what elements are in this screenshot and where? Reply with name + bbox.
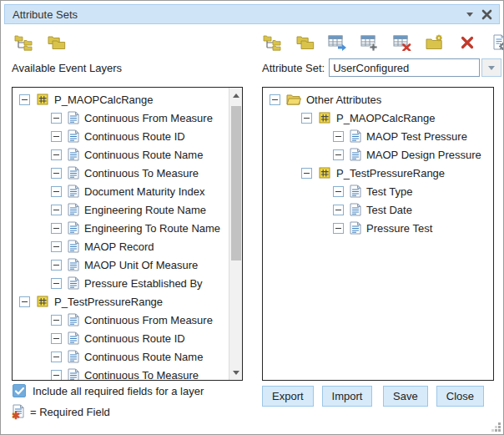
collapse-toggle-icon[interactable] <box>333 186 344 197</box>
resize-grip[interactable] <box>491 422 501 432</box>
required-field-legend: ✱ = Required Field <box>13 404 110 419</box>
collapse-toggle-icon[interactable] <box>270 94 280 105</box>
collapse-toggle-icon[interactable] <box>333 223 344 234</box>
tree-item[interactable]: P_MAOPCalcRange <box>263 109 493 127</box>
tree-item[interactable]: P_TestPressureRange <box>13 292 228 311</box>
tree-item-label: Continuous Route ID <box>84 130 185 143</box>
open-folders-icon[interactable] <box>295 33 315 52</box>
new-attribute-set-icon[interactable] <box>425 33 445 52</box>
tree-item[interactable]: Test Type <box>263 182 493 200</box>
export-button[interactable]: Export <box>262 386 314 407</box>
tree-item[interactable]: Other Attributes <box>263 90 493 109</box>
expand-layers-tree-icon[interactable] <box>262 33 282 52</box>
tree-item[interactable]: Engineering To Route Name <box>13 219 228 237</box>
delete-icon[interactable] <box>457 33 477 52</box>
open-folders-icon[interactable] <box>46 33 66 52</box>
tree-item[interactable]: Document Maturity Index <box>13 182 228 200</box>
tree-item[interactable]: Pressure Established By <box>13 274 228 292</box>
field-icon <box>68 111 79 124</box>
collapse-toggle-icon[interactable] <box>51 241 62 252</box>
tree-item[interactable]: Continuous Route ID <box>13 127 228 145</box>
save-button[interactable]: Save <box>383 386 428 407</box>
tree-item[interactable]: Continuous Route Name <box>13 347 228 366</box>
tree-item[interactable]: P_MAOPCalcRange <box>13 90 228 109</box>
event-layer-icon <box>36 295 49 308</box>
collapse-toggle-icon[interactable] <box>51 168 62 179</box>
collapse-toggle-icon[interactable] <box>333 131 344 142</box>
tree-item[interactable]: Test Date <box>263 200 493 219</box>
collapse-toggle-icon[interactable] <box>51 352 62 362</box>
field-icon <box>68 221 79 235</box>
field-icon <box>68 240 79 253</box>
tree-item-label: MAOP Unit Of Measure <box>84 259 198 271</box>
tree-item-label: P_TestPressureRange <box>336 167 445 180</box>
tree-item-label: Continuous Route ID <box>84 332 185 345</box>
collapse-toggle-icon[interactable] <box>51 278 62 289</box>
dialog-titlebar[interactable]: Attribute Sets <box>4 4 500 24</box>
collapse-toggle-icon[interactable] <box>19 296 30 307</box>
scroll-down-icon[interactable] <box>229 366 243 379</box>
pin-menu-icon[interactable] <box>466 13 473 17</box>
collapse-toggle-icon[interactable] <box>51 260 62 271</box>
collapse-toggle-icon[interactable] <box>333 205 344 215</box>
remove-table-icon[interactable] <box>392 33 412 52</box>
field-icon <box>68 276 79 290</box>
collapse-toggle-icon[interactable] <box>19 94 30 105</box>
expand-layers-tree-icon[interactable] <box>13 33 33 52</box>
collapse-toggle-icon[interactable] <box>51 333 62 344</box>
tree-item[interactable]: MAOP Design Pressure <box>263 145 493 164</box>
asterisk-icon: ✱ <box>12 410 20 422</box>
tree-item[interactable]: Continuous From Measure <box>13 109 228 127</box>
attribute-set-panel: Other Attributes <box>262 87 494 381</box>
event-layer-icon <box>318 166 331 180</box>
include-required-fields-checkbox[interactable] <box>13 384 26 397</box>
export-table-icon[interactable] <box>327 33 347 52</box>
add-table-icon[interactable] <box>360 33 380 52</box>
field-icon <box>350 129 361 143</box>
vertical-scrollbar[interactable] <box>229 88 242 380</box>
scroll-up-icon[interactable] <box>229 89 243 102</box>
available-event-layers-panel: P_MAOPCalcRange <box>12 87 243 381</box>
attribute-set-input[interactable] <box>329 58 480 77</box>
field-icon <box>350 148 361 161</box>
tree-item-label: MAOP Test Pressure <box>366 130 467 143</box>
tree-item[interactable]: Continuous To Measure <box>13 164 228 182</box>
check-icon <box>15 387 24 395</box>
scrollbar-thumb[interactable] <box>231 106 241 260</box>
collapse-toggle-icon[interactable] <box>51 149 62 160</box>
tree-item[interactable]: MAOP Unit Of Measure <box>13 255 228 274</box>
tree-item[interactable]: Continuous To Measure <box>13 366 228 381</box>
tree-item[interactable]: MAOP Test Pressure <box>263 127 493 145</box>
close-button[interactable]: Close <box>436 386 484 407</box>
report-settings-icon[interactable] <box>490 33 504 52</box>
tree-item-label: MAOP Record <box>84 240 154 253</box>
collapse-toggle-icon[interactable] <box>51 205 62 215</box>
collapse-toggle-icon[interactable] <box>51 315 62 326</box>
collapse-toggle-icon[interactable] <box>301 113 312 124</box>
tree-item[interactable]: Engineering Route Name <box>13 200 228 219</box>
attribute-set-label: Attribute Set: <box>262 62 325 74</box>
tree-item[interactable]: MAOP Record <box>13 237 228 255</box>
required-field-label: = Required Field <box>30 406 110 418</box>
tree-item[interactable]: Pressure Test <box>263 219 493 237</box>
tree-item[interactable]: Continuous Route ID <box>13 329 228 347</box>
collapse-toggle-icon[interactable] <box>51 370 62 381</box>
collapse-toggle-icon[interactable] <box>51 113 62 124</box>
event-layer-icon <box>318 111 331 124</box>
available-event-layers-label: Available Event Layers <box>12 62 122 74</box>
tree-item[interactable]: Continuous From Measure <box>13 311 228 329</box>
attribute-set-combo: Attribute Set: <box>262 58 501 77</box>
collapse-toggle-icon[interactable] <box>51 186 62 197</box>
tree-item[interactable]: Continuous Route Name <box>13 145 228 164</box>
field-icon <box>68 350 79 363</box>
event-layer-icon <box>36 93 49 106</box>
tree-item[interactable]: P_TestPressureRange <box>263 164 493 182</box>
collapse-toggle-icon[interactable] <box>51 223 62 234</box>
collapse-toggle-icon[interactable] <box>51 131 62 142</box>
import-button[interactable]: Import <box>322 386 373 407</box>
collapse-toggle-icon[interactable] <box>301 168 312 179</box>
field-icon <box>68 313 79 326</box>
collapse-toggle-icon[interactable] <box>333 149 344 160</box>
attribute-set-dropdown-button[interactable] <box>481 58 501 77</box>
close-icon[interactable] <box>481 9 492 20</box>
